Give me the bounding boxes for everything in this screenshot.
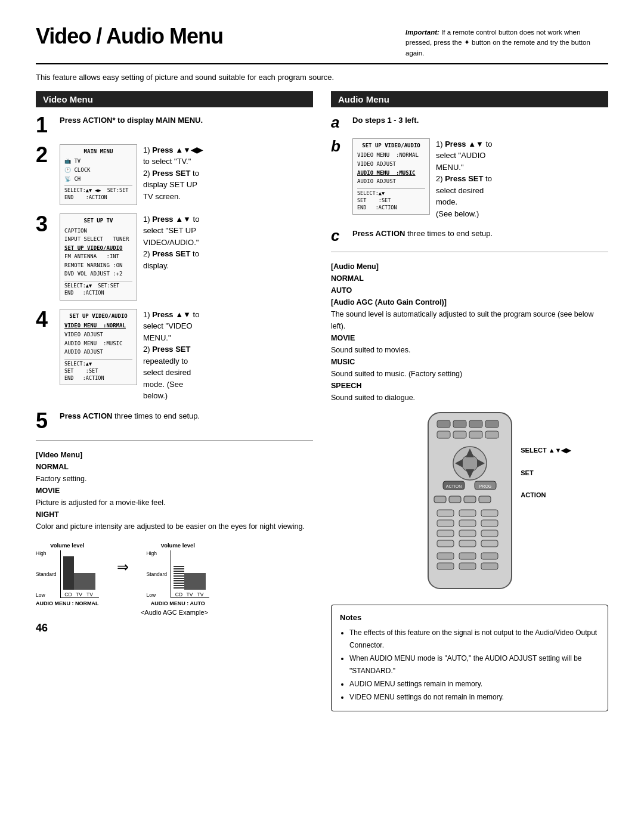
night-text: Color and picture intensity are adjusted…	[36, 521, 313, 532]
svg-rect-38	[437, 563, 454, 569]
step-c-content: Press ACTION three times to end setup.	[352, 228, 608, 240]
note-item-4: VIDEO MENU settings do not remain in mem…	[349, 691, 599, 703]
audio-movie-text: Sound suited to movies.	[331, 344, 608, 356]
step-4: 4 SET UP VIDEO/AUDIO VIDEO MENU :NORMAL …	[36, 309, 313, 402]
svg-rect-5	[437, 431, 450, 438]
svg-rect-35	[437, 553, 454, 559]
agc-example-label: <Audio AGC Example>	[36, 609, 313, 616]
step-1-text: Press ACTION* to display MAIN MENU.	[60, 116, 203, 125]
svg-rect-8	[485, 431, 499, 438]
step-2-instructions: 1) Press ▲▼◀▶to select "TV." 2) Press SE…	[143, 144, 203, 203]
svg-rect-24	[459, 510, 476, 516]
page-title-section: Video / Audio Menu Important: If a remot…	[36, 24, 608, 64]
step-3-menu: SET UP TV CAPTION INPUT SELECT TUNER SET…	[60, 213, 137, 301]
audio-music-label: MUSIC	[331, 358, 355, 366]
step-3-num: 3	[36, 213, 55, 235]
svg-rect-36	[459, 553, 476, 559]
chart-bar-cd-left: CD	[63, 556, 74, 597]
svg-text:ACTION: ACTION	[445, 484, 461, 488]
chart-left-title: Volume level	[50, 542, 84, 549]
audio-menu-notes-header: [Audio Menu]	[331, 262, 379, 271]
remote-svg: ACTION PROG	[410, 410, 530, 594]
step-4-num: 4	[36, 309, 55, 330]
step-c-text: Press ACTION three times to end setup.	[352, 228, 608, 240]
audio-normal-label: NORMAL	[331, 274, 364, 283]
svg-text:PROG: PROG	[479, 484, 491, 488]
svg-rect-20	[449, 496, 461, 503]
svg-rect-2	[453, 420, 466, 428]
note-item-2: When AUDIO MENU mode is "AUTO," the AUDI…	[349, 652, 599, 677]
step-c: c Press ACTION three times to end setup.	[331, 228, 608, 243]
chart-left-y-labels: High Standard Low	[36, 550, 57, 598]
step-b-instructions: 1) Press ▲▼ toselect "AUDIOMENU." 2) Pre…	[436, 138, 492, 220]
step-a-text: Do steps 1 - 3 left.	[352, 116, 419, 125]
step-1: 1 Press ACTION* to display MAIN MENU.	[36, 114, 313, 136]
chart-bar-cd-right: CD	[174, 566, 184, 597]
normal-text: Factory setting.	[36, 473, 313, 485]
svg-rect-19	[434, 496, 446, 503]
chart-right: Volume level High Standard Low CD	[147, 542, 210, 606]
svg-rect-32	[437, 540, 454, 547]
svg-rect-39	[459, 563, 476, 569]
audio-auto-label: AUTO	[331, 286, 352, 295]
audio-music-text: Sound suited to music. (Factory setting)	[331, 368, 608, 380]
svg-rect-21	[464, 496, 476, 503]
step-4-menu: SET UP VIDEO/AUDIO VIDEO MENU :NORMAL VI…	[60, 309, 137, 386]
chart-bar-tv2-left: TV	[85, 573, 95, 597]
svg-rect-3	[469, 420, 482, 428]
chart-right-title: Volume level	[161, 542, 195, 549]
action-label: ACTION	[521, 490, 571, 501]
video-menu-column: Video Menu 1 Press ACTION* to display MA…	[36, 91, 313, 711]
movie-text: Picture is adjusted for a movie-like fee…	[36, 497, 313, 509]
notes-title: Notes	[340, 611, 599, 624]
step-4-content: SET UP VIDEO/AUDIO VIDEO MENU :NORMAL VI…	[60, 309, 313, 402]
step-5-num: 5	[36, 410, 55, 432]
page-title: Video / Audio Menu	[36, 24, 405, 49]
svg-rect-23	[437, 510, 454, 516]
step-1-content: Press ACTION* to display MAIN MENU.	[60, 114, 313, 126]
svg-rect-37	[481, 553, 498, 559]
step-2-menu: MAIN MENU 📺 TV 🕐 CLOCK 📡 CH SELECT:▲▼ ◀▶…	[60, 144, 137, 205]
chart-bar-tv2-right: TV	[195, 573, 206, 597]
step-3-content: SET UP TV CAPTION INPUT SELECT TUNER SET…	[60, 213, 313, 301]
note-item-1: The effects of this feature on the signa…	[349, 627, 599, 651]
svg-rect-7	[469, 431, 482, 438]
audio-speech-label: SPEECH	[331, 382, 361, 390]
important-label: Important:	[405, 29, 439, 36]
step-b-alpha: b	[331, 138, 348, 154]
step-a-alpha: a	[331, 114, 348, 130]
video-menu-header: Video Menu	[36, 91, 313, 107]
intro-text: This feature allows easy setting of pict…	[36, 73, 608, 82]
step-3: 3 SET UP TV CAPTION INPUT SELECT TUNER S…	[36, 213, 313, 301]
remote-control-image: ACTION PROG	[331, 410, 608, 596]
audio-menu-header: Audio Menu	[331, 91, 608, 107]
video-menu-notes-header: [Video Menu]	[36, 451, 82, 459]
video-menu-notes: [Video Menu] NORMAL Factory setting. MOV…	[36, 449, 313, 532]
svg-rect-22	[479, 496, 491, 503]
select-action-labels: SELECT ▲▼◀▶ SET ACTION	[521, 445, 571, 501]
svg-rect-4	[485, 420, 499, 428]
audio-agc-text: The sound level is automatically adjuste…	[331, 308, 608, 332]
chart-left-bottom-label: AUDIO MENU : NORMAL	[36, 600, 99, 606]
step-2-num: 2	[36, 144, 55, 166]
important-note: Important: If a remote control button do…	[405, 24, 608, 58]
audio-agc-chart: Volume level High Standard Low CD	[36, 542, 313, 606]
svg-rect-40	[481, 563, 498, 569]
notes-list: The effects of this feature on the signa…	[340, 627, 599, 703]
step-a-content: Do steps 1 - 3 left.	[352, 114, 608, 126]
audio-agc-label: [Audio AGC (Auto Gain Control)]	[331, 298, 447, 306]
chart-bar-tv1-right: TV	[184, 573, 195, 597]
step-b-menu: SET UP VIDEO/AUDIO VIDEO MENU :NORMAL VI…	[352, 138, 430, 215]
chart-right-bottom-label: AUDIO MENU : AUTO	[151, 600, 205, 606]
night-label: NIGHT	[36, 510, 59, 519]
svg-rect-25	[481, 510, 498, 516]
set-label: SET	[521, 468, 571, 479]
step-a: a Do steps 1 - 3 left.	[331, 114, 608, 130]
step-2-content: MAIN MENU 📺 TV 🕐 CLOCK 📡 CH SELECT:▲▼ ◀▶…	[60, 144, 313, 205]
step-b-content: SET UP VIDEO/AUDIO VIDEO MENU :NORMAL VI…	[352, 138, 608, 220]
step-b: b SET UP VIDEO/AUDIO VIDEO MENU :NORMAL …	[331, 138, 608, 220]
svg-rect-1	[437, 420, 450, 428]
svg-point-10	[462, 455, 478, 472]
audio-speech-text: Sound suited to dialogue.	[331, 392, 608, 404]
svg-rect-34	[481, 540, 498, 547]
